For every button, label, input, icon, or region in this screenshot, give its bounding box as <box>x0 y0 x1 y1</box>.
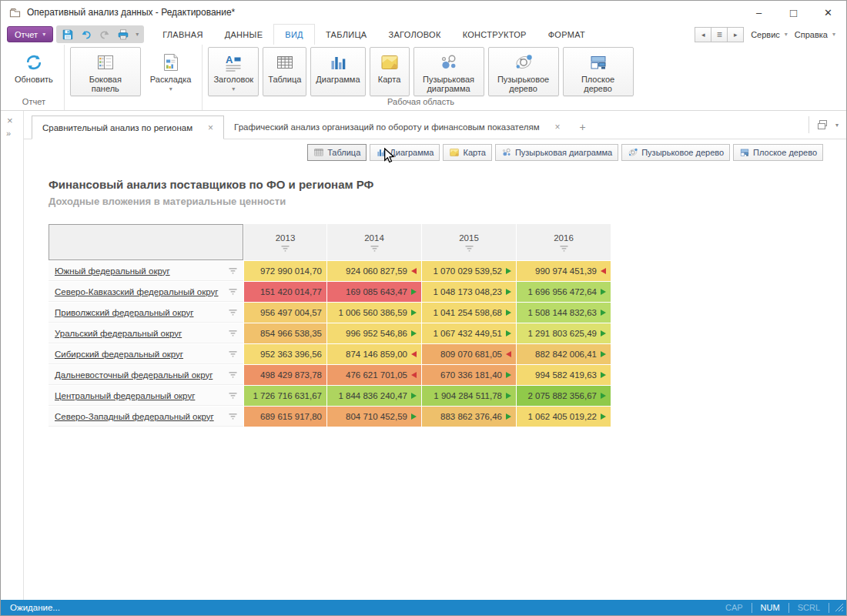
region-link[interactable]: Южный федеральный округ <box>55 266 170 276</box>
trend-up-icon <box>506 372 511 378</box>
value-cell: 151 420 014,77 <box>244 282 326 302</box>
ribbon-tab-constructor[interactable]: КОНСТРУКТОР <box>452 24 537 45</box>
nav-menu-icon[interactable]: ≡ <box>711 27 728 42</box>
view-switch-table-button[interactable]: Таблица <box>307 144 367 161</box>
ribbon-tab-format[interactable]: ФОРМАТ <box>537 24 596 45</box>
financial-table: 2013201420152016Южный федеральный округ9… <box>49 224 611 427</box>
ribbon-tab-view[interactable]: ВИД <box>273 24 315 45</box>
view-switch-bubble-chart-button[interactable]: Пузырьковая диаграмма <box>495 144 618 161</box>
ribbon-tab-home[interactable]: ГЛАВНАЯ <box>152 24 214 45</box>
report-menu-label: Отчет <box>15 30 38 39</box>
view-switch-flat-tree-button[interactable]: Плоское дерево <box>733 144 823 161</box>
ribbon-tab-data[interactable]: ДАННЫЕ <box>214 24 274 45</box>
region-link[interactable]: Уральский федеральный округ <box>55 329 182 338</box>
cell-value: 670 336 181,40 <box>440 370 502 380</box>
chevron-down-icon[interactable]: ▾ <box>835 122 839 129</box>
add-tab-button[interactable]: + <box>571 115 595 139</box>
map-icon <box>380 52 400 72</box>
collapsed-side-panel: × » <box>1 111 24 600</box>
column-header-2016[interactable]: 2016 <box>517 224 611 260</box>
save-icon[interactable] <box>62 28 74 41</box>
side-panel-button-label: Боковая панель <box>75 75 136 93</box>
map-button[interactable]: Карта <box>370 47 410 96</box>
trend-up-icon <box>411 330 417 336</box>
ribbon-right-controls: ◂ ≡ ▸ Сервис ▾ Справка ▾ <box>695 27 846 42</box>
document-tab-comparative-analysis[interactable]: Сравнительный анализ по регионам× <box>32 116 224 139</box>
sidebar-icon <box>95 52 116 72</box>
cell-value: 854 966 538,35 <box>260 329 322 338</box>
ribbon-tab-table[interactable]: ТАБЛИЦА <box>315 24 378 45</box>
view-switch-map-button[interactable]: Карта <box>443 144 491 161</box>
ribbon-group-buttons: Боковая панельРаскладка▾ <box>65 45 203 96</box>
trend-up-icon <box>411 310 417 316</box>
panel-expand-icon[interactable]: » <box>6 129 11 138</box>
status-scrl: SCRL <box>789 603 829 612</box>
cell-value: 1 904 284 511,78 <box>434 391 502 400</box>
region-cell: Дальневосточный федеральный округ <box>49 365 243 385</box>
row-filter-icon <box>229 413 237 420</box>
table-button[interactable]: Таблица <box>263 47 306 96</box>
ribbon-group-label <box>65 96 203 110</box>
view-switch-label: Карта <box>463 148 485 157</box>
help-menu[interactable]: Справка ▾ <box>795 30 835 39</box>
region-link[interactable]: Дальневосточный федеральный округ <box>55 370 213 380</box>
value-cell: 1 291 803 625,49 <box>517 323 611 343</box>
ribbon-tab-header[interactable]: ЗАГОЛОВОК <box>377 24 451 45</box>
close-icon[interactable]: ✕ <box>811 1 845 24</box>
row-filter-icon <box>229 351 237 357</box>
redo-icon[interactable] <box>99 28 111 41</box>
bubble-chart-button[interactable]: Пузырьковая диаграмма <box>413 47 484 96</box>
view-switch-bubble-tree-button[interactable]: Пузырьковое дерево <box>621 144 730 161</box>
undo-icon[interactable] <box>80 28 92 41</box>
trend-down-icon <box>411 351 417 357</box>
chevron-down-icon: ▾ <box>832 31 835 38</box>
cell-value: 924 060 827,59 <box>346 266 407 276</box>
value-cell: 1 904 284 511,78 <box>422 386 516 406</box>
flat-tree-button[interactable]: Плоское дерево <box>563 47 634 96</box>
value-cell: 874 146 859,00 <box>327 344 421 364</box>
column-header-2014[interactable]: 2014 <box>327 224 421 260</box>
trend-up-icon <box>601 351 606 357</box>
region-link[interactable]: Северо-Кавказский федеральный округ <box>55 287 219 296</box>
view-switch-chart-button[interactable]: Диаграмма <box>370 144 440 161</box>
region-link[interactable]: Приволжский федеральный округ <box>55 308 194 317</box>
maximize-icon[interactable]: □ <box>776 1 811 24</box>
side-panel-button[interactable]: Боковая панель <box>70 47 141 96</box>
service-menu[interactable]: Сервис ▾ <box>751 30 788 39</box>
document-tab-graphical-analysis[interactable]: Графический анализ организаций по оборот… <box>224 115 570 139</box>
region-link[interactable]: Центральный федеральный округ <box>55 391 195 400</box>
cell-value: 956 497 004,57 <box>260 308 322 317</box>
value-cell: 854 966 538,35 <box>244 323 326 343</box>
tab-close-icon[interactable]: × <box>555 122 561 132</box>
column-header-2013[interactable]: 2013 <box>244 224 326 260</box>
flat-tree-icon <box>739 147 750 158</box>
region-link[interactable]: Сибирский федеральный округ <box>55 350 183 359</box>
region-cell: Центральный федеральный округ <box>49 386 243 406</box>
value-cell: 689 615 917,80 <box>244 407 326 427</box>
status-num: NUM <box>752 603 788 612</box>
layout-button[interactable]: Раскладка▾ <box>145 47 197 96</box>
cascade-windows-icon[interactable] <box>816 119 829 131</box>
value-cell: 670 336 181,40 <box>422 365 516 385</box>
chevron-down-icon[interactable]: ▾ <box>136 31 139 38</box>
column-year-label: 2013 <box>276 233 296 243</box>
minimize-icon[interactable]: – <box>742 1 776 24</box>
tab-close-icon[interactable]: × <box>208 122 213 133</box>
chart-button[interactable]: Диаграмма <box>310 47 365 96</box>
nav-left-icon[interactable]: ◂ <box>695 27 711 42</box>
heading-button[interactable]: AЗаголовок▾ <box>208 47 259 96</box>
print-icon[interactable] <box>117 28 129 41</box>
trend-down-icon <box>411 268 417 274</box>
report-menu-button[interactable]: Отчет ▾ <box>7 26 53 42</box>
resize-grip-icon[interactable] <box>835 603 844 612</box>
value-cell: 1 696 956 472,64 <box>517 282 611 302</box>
divider <box>808 116 809 133</box>
value-cell: 972 990 014,70 <box>244 261 326 281</box>
nav-right-icon[interactable]: ▸ <box>727 27 744 42</box>
bubble-tree-button[interactable]: Пузырьковое дерево <box>488 47 559 96</box>
trend-up-icon <box>411 289 417 295</box>
panel-close-icon[interactable]: × <box>7 115 13 126</box>
region-link[interactable]: Северо-Западный федеральный округ <box>55 412 214 421</box>
refresh-button[interactable]: Обновить <box>9 47 59 96</box>
column-header-2015[interactable]: 2015 <box>422 224 516 260</box>
